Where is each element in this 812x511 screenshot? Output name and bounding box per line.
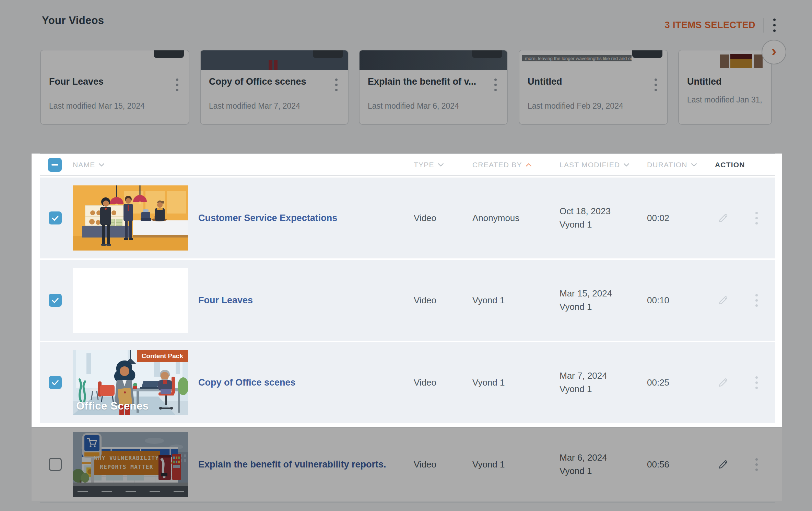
- check-icon: [50, 378, 60, 387]
- select-all-checkbox[interactable]: [48, 158, 62, 172]
- chevron-right-icon: ›: [772, 44, 777, 59]
- video-last-modified: Mar 7, 2024 Vyond 1: [560, 369, 647, 396]
- video-card[interactable]: more, leaving the longer wavelengths lik…: [519, 50, 668, 125]
- column-header-name[interactable]: NAME: [73, 161, 414, 169]
- video-created-by: Vyond 1: [472, 295, 560, 306]
- duration-badge: [313, 50, 343, 58]
- duration-badge: [632, 50, 662, 58]
- video-type: Video: [414, 213, 472, 223]
- minus-icon: [51, 164, 58, 166]
- card-thumbnail: [679, 50, 771, 70]
- thumbnail-shape: [730, 59, 752, 68]
- table-row: Customer Service Expectations Video Anon…: [40, 178, 775, 258]
- list-bottom-divider: [40, 502, 775, 503]
- table-row: WHY VULNERABILITY REPORTS MATTER Explain…: [40, 428, 775, 501]
- chevron-down-icon: [691, 163, 697, 167]
- column-header-created-by[interactable]: CREATED BY: [472, 161, 560, 169]
- video-duration: 00:02: [647, 213, 715, 223]
- content-pack-badge: Content Pack: [137, 350, 188, 362]
- video-duration: 00:10: [647, 295, 715, 306]
- card-title[interactable]: Untitled: [687, 76, 722, 87]
- check-icon: [50, 213, 60, 223]
- carousel-next-button[interactable]: ›: [762, 40, 786, 64]
- video-last-modified: Oct 18, 2023 Vyond 1: [560, 205, 647, 231]
- card-title[interactable]: Explain the benefit of v...: [368, 76, 476, 87]
- video-thumbnail-bakery[interactable]: [73, 185, 188, 251]
- card-kebab-menu-icon[interactable]: [333, 76, 340, 93]
- edit-pencil-icon[interactable]: [717, 294, 729, 306]
- edit-pencil-icon[interactable]: [717, 212, 729, 224]
- video-type: Video: [414, 459, 472, 470]
- card-title[interactable]: Copy of Office scenes: [209, 76, 306, 87]
- video-name-link[interactable]: Copy of Office scenes: [188, 376, 414, 389]
- column-header-duration[interactable]: DURATION: [647, 161, 715, 169]
- row-checkbox-checked[interactable]: [49, 211, 62, 224]
- card-last-modified: Last modified Jan 31, 202: [687, 95, 763, 105]
- card-kebab-menu-icon[interactable]: [652, 76, 659, 93]
- thumbnail-shape: [720, 54, 729, 68]
- row-kebab-menu-icon[interactable]: [753, 456, 760, 473]
- card-thumbnail: [201, 50, 348, 70]
- edit-pencil-icon[interactable]: [717, 458, 729, 471]
- card-last-modified: Last modified Mar 6, 2024: [368, 101, 499, 111]
- video-card[interactable]: Copy of Office scenes Last modified Mar …: [200, 50, 349, 125]
- video-thumbnail-store[interactable]: WHY VULNERABILITY REPORTS MATTER: [73, 432, 188, 497]
- video-type: Video: [414, 295, 472, 306]
- column-header-last-modified[interactable]: LAST MODIFIED: [560, 161, 647, 169]
- video-card[interactable]: Explain the benefit of v... Last modifie…: [359, 50, 508, 125]
- table-header-row: NAME TYPE CREATED BY LAST MODIFIED DURAT…: [40, 154, 775, 176]
- video-card[interactable]: Four Leaves Last modified Mar 15, 2024: [40, 50, 189, 125]
- row-checkbox-unchecked[interactable]: [49, 458, 62, 471]
- video-last-modified: Mar 6, 2024 Vyond 1: [560, 451, 647, 478]
- subtitle-caption: more, leaving the longer wavelengths lik…: [522, 55, 632, 61]
- row-kebab-menu-icon[interactable]: [753, 292, 760, 309]
- video-list-panel: NAME TYPE CREATED BY LAST MODIFIED DURAT…: [32, 154, 782, 427]
- column-header-type[interactable]: TYPE: [414, 161, 472, 169]
- row-checkbox-checked[interactable]: [49, 294, 62, 307]
- video-list-continued: WHY VULNERABILITY REPORTS MATTER Explain…: [32, 428, 782, 501]
- video-created-by: Vyond 1: [472, 377, 560, 388]
- card-thumbnail: [360, 50, 507, 70]
- row-kebab-menu-icon[interactable]: [753, 374, 760, 391]
- table-row: Content Pack Office Scenes Copy of Offic…: [40, 342, 775, 423]
- duration-badge: [154, 50, 184, 58]
- card-last-modified: Last modified Mar 7, 2024: [209, 101, 340, 111]
- video-thumbnail-blank[interactable]: [73, 268, 188, 333]
- thumbnail-figure: [269, 60, 272, 70]
- chevron-down-icon: [438, 163, 444, 167]
- thumbnail-shape: [754, 54, 763, 68]
- video-last-modified: Mar 15, 2024 Vyond 1: [560, 287, 647, 314]
- card-thumbnail: [41, 50, 189, 70]
- items-selected-label: 3 ITEMS SELECTED: [664, 20, 755, 31]
- chevron-down-icon: [98, 163, 105, 167]
- video-name-link[interactable]: Four Leaves: [188, 294, 414, 306]
- row-checkbox-checked[interactable]: [49, 376, 62, 389]
- video-type: Video: [414, 377, 472, 388]
- video-name-link[interactable]: Customer Service Expectations: [188, 212, 414, 224]
- card-kebab-menu-icon[interactable]: [492, 76, 499, 93]
- video-duration: 00:56: [647, 459, 715, 470]
- card-last-modified: Last modified Feb 29, 2024: [528, 101, 659, 111]
- thumbnail-title-text: Office Scenes: [76, 400, 149, 412]
- card-thumbnail: more, leaving the longer wavelengths lik…: [519, 50, 667, 70]
- card-last-modified: Last modified Mar 15, 2024: [49, 101, 180, 111]
- video-created-by: Vyond 1: [472, 459, 560, 470]
- row-kebab-menu-icon[interactable]: [753, 210, 760, 227]
- card-kebab-menu-icon[interactable]: [174, 76, 180, 93]
- chevron-down-icon: [623, 163, 629, 167]
- table-row: Four Leaves Video Vyond 1 Mar 15, 2024 V…: [40, 260, 775, 341]
- thumbnail-figure: [274, 60, 278, 70]
- card-title[interactable]: Untitled: [528, 76, 562, 87]
- duration-badge: [472, 50, 502, 58]
- check-icon: [50, 295, 60, 305]
- chevron-up-icon: [526, 163, 532, 167]
- thumbnail-shape: [730, 54, 752, 59]
- video-duration: 00:25: [647, 377, 715, 388]
- video-card[interactable]: Untitled Last modified Jan 31, 202: [678, 50, 772, 125]
- selection-kebab-menu-icon[interactable]: [771, 16, 778, 34]
- selection-toolbar: 3 ITEMS SELECTED: [664, 16, 778, 34]
- video-name-link[interactable]: Explain the benefit of vulnerability rep…: [188, 458, 414, 471]
- video-thumbnail-office[interactable]: Content Pack Office Scenes: [73, 350, 188, 415]
- edit-pencil-icon[interactable]: [717, 376, 729, 389]
- card-title[interactable]: Four Leaves: [49, 76, 104, 87]
